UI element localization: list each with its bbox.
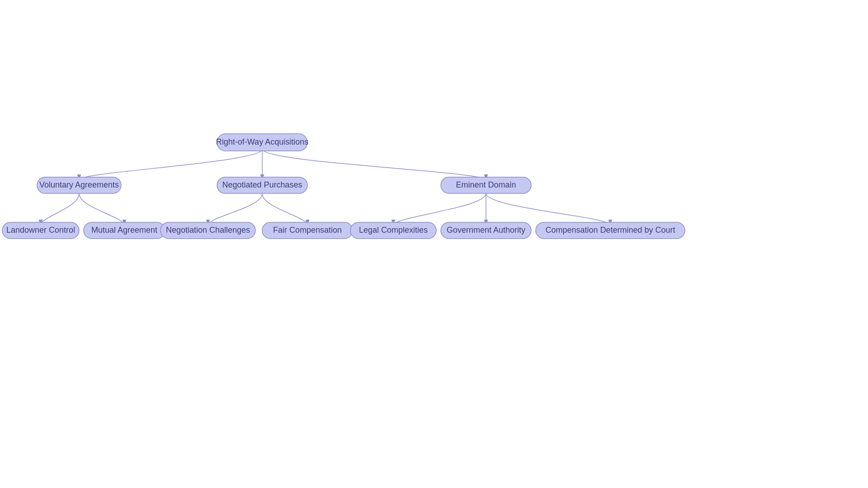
node-legal-comp-label: Legal Complexities (359, 225, 428, 235)
node-negotiated-label: Negotiated Purchases (222, 180, 302, 189)
edge-eminent-legal (393, 193, 486, 225)
node-landowner-label: Landowner Control (6, 225, 75, 235)
edge-root-eminent (262, 149, 486, 180)
node-eminent-label: Eminent Domain (456, 180, 516, 189)
edge-eminent-court (486, 193, 610, 225)
node-court-comp-label: Compensation Determined by Court (545, 225, 675, 235)
edge-voluntary-mutual (79, 193, 124, 225)
diagram-canvas: Right-of-Way Acquisitions Voluntary Agre… (0, 0, 868, 488)
node-mutual-label: Mutual Agreement (91, 225, 157, 235)
node-neg-challenges-label: Negotiation Challenges (166, 225, 250, 235)
edge-negotiated-challenges (208, 193, 262, 225)
edge-voluntary-landowner (41, 193, 79, 225)
edge-negotiated-faircomp (262, 193, 307, 225)
node-voluntary-label: Voluntary Agreements (39, 180, 119, 189)
node-root-label: Right-of-Way Acquisitions (216, 137, 308, 146)
node-fair-comp-label: Fair Compensation (273, 225, 342, 235)
node-gov-auth-label: Government Authority (447, 225, 525, 235)
edge-root-voluntary (79, 149, 262, 180)
